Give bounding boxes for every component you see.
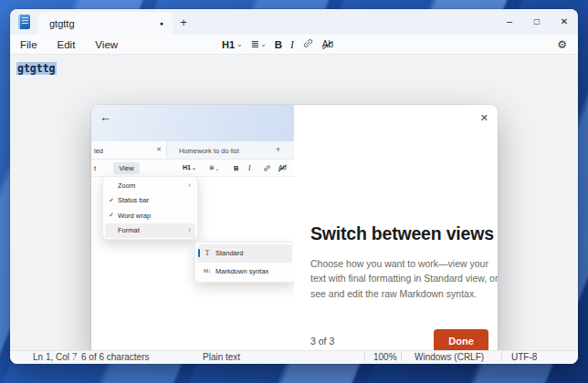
notepad-icon xyxy=(18,15,30,29)
character-count: 6 of 6 characters xyxy=(81,352,149,362)
format-toolbar: H1 ⌄ ≣ ⌄ B I Ab xyxy=(222,35,333,54)
mini-toolbar: t View H1⌄ ≣⌄ B I Ab xyxy=(91,160,294,177)
mini-italic-button: I xyxy=(248,164,251,172)
editor-area[interactable]: gtgttg ✕ ← led ✕ Homework to do list + t xyxy=(10,55,578,350)
heading-style-button[interactable]: H1 ⌄ xyxy=(222,39,243,50)
unsaved-indicator-icon: ● xyxy=(160,20,163,26)
dialog-description: Choose how you want to work—view your te… xyxy=(310,256,499,301)
menu-view[interactable]: View xyxy=(85,39,128,50)
app-icon-tile xyxy=(10,9,37,35)
mini-tab-homework: Homework to do list xyxy=(179,147,239,155)
mini-clear-formatting-button: Ab xyxy=(278,164,287,171)
mini-menu-item-word-wrap: ✓ Word wrap xyxy=(105,208,195,223)
status-separator xyxy=(74,353,75,361)
minimize-button[interactable]: – xyxy=(496,9,523,33)
settings-gear-icon[interactable]: ⚙ xyxy=(557,38,567,51)
mini-heading-button: H1⌄ xyxy=(183,164,196,171)
back-arrow-icon[interactable]: ← xyxy=(100,110,111,124)
bold-button[interactable]: B xyxy=(275,39,282,50)
tab-bar: gtgttg ● + – ▢ ✕ xyxy=(10,9,578,35)
illustration-pane: ← led ✕ Homework to do list + t View H1⌄ xyxy=(91,105,294,364)
mini-list-button: ≣⌄ xyxy=(209,164,219,171)
italic-button[interactable]: I xyxy=(290,39,294,50)
mini-bold-button: B xyxy=(234,164,238,172)
mini-format-submenu: T Standard M↓ Markdown syntax xyxy=(194,242,294,283)
new-tab-button[interactable]: + xyxy=(173,9,194,35)
menu-bar: File Edit View H1 ⌄ ≣ ⌄ B I Ab ⚙ xyxy=(10,35,578,55)
mini-submenu-item-standard: T Standard xyxy=(197,244,292,263)
checkmark-icon: ✓ xyxy=(105,212,118,219)
caption-buttons: – ▢ ✕ xyxy=(496,9,578,33)
menu-edit[interactable]: Edit xyxy=(47,39,86,50)
bulleted-list-icon: ≣ xyxy=(209,164,214,171)
chevron-down-icon: ⌄ xyxy=(192,164,196,171)
tab-gtgttg[interactable]: gtgttg ● xyxy=(37,12,173,35)
link-button[interactable] xyxy=(302,36,314,53)
zoom-level[interactable]: 100% xyxy=(373,352,397,362)
mini-link-button xyxy=(263,164,271,172)
link-icon xyxy=(302,37,314,49)
close-button[interactable]: ✕ xyxy=(551,9,578,33)
line-ending: Windows (CRLF) xyxy=(415,352,484,362)
bulleted-list-icon: ≣ xyxy=(251,38,258,50)
status-separator xyxy=(401,353,402,361)
link-icon xyxy=(263,164,271,172)
mini-menu-item-zoom: Zoom › xyxy=(105,178,195,193)
chevron-down-icon: ⌄ xyxy=(215,165,219,171)
menu-file[interactable]: File xyxy=(10,39,47,50)
submenu-arrow-icon: › xyxy=(188,226,195,234)
status-bar: Ln 1, Col 7 6 of 6 characters Plain text… xyxy=(10,350,578,364)
chevron-down-icon: ⌄ xyxy=(260,40,267,48)
mini-menu-edit-partial: t xyxy=(94,164,96,172)
chevron-down-icon: ⌄ xyxy=(236,40,243,48)
markdown-icon: M↓ xyxy=(197,268,212,274)
status-separator xyxy=(364,353,365,361)
encoding: UTF-8 xyxy=(511,352,537,362)
notepad-window: gtgttg ● + – ▢ ✕ File Edit View H1 ⌄ ≣ ⌄… xyxy=(10,9,578,364)
dialog-title: Switch between views xyxy=(310,223,494,244)
onboarding-dialog: ✕ ← led ✕ Homework to do list + t View xyxy=(91,105,498,364)
maximize-button[interactable]: ▢ xyxy=(523,9,551,33)
document-mode: Plain text xyxy=(203,352,240,362)
mini-menu-item-format: Format › xyxy=(105,223,195,239)
mini-submenu-item-markdown: M↓ Markdown syntax xyxy=(197,263,292,281)
checkmark-icon: ✓ xyxy=(105,197,118,204)
mini-tab-untitled: led ✕ xyxy=(91,141,167,159)
mini-view-menu: Zoom › ✓ Status bar ✓ Word wrap Format › xyxy=(102,176,198,240)
dialog-close-icon[interactable]: ✕ xyxy=(480,112,488,124)
tab-title: gtgttg xyxy=(49,18,160,29)
mini-new-tab-icon: + xyxy=(276,145,280,154)
mini-tab-bar: led ✕ Homework to do list + xyxy=(91,141,294,160)
list-style-button[interactable]: ≣ ⌄ xyxy=(251,38,267,50)
mini-view-menu-button: View xyxy=(113,162,140,174)
selected-document-text[interactable]: gtgttg xyxy=(16,62,57,75)
submenu-arrow-icon: › xyxy=(188,181,195,190)
pagination-text: 3 of 3 xyxy=(310,336,334,347)
clear-formatting-button[interactable]: Ab xyxy=(322,39,333,49)
cursor-position: Ln 1, Col 7 xyxy=(33,352,77,362)
illustration-hero-band xyxy=(91,105,294,141)
selected-accent-bar xyxy=(198,249,200,257)
mini-tab-close-icon: ✕ xyxy=(156,146,162,153)
status-separator xyxy=(501,353,502,361)
mini-menu-item-status-bar: ✓ Status bar xyxy=(105,193,195,209)
